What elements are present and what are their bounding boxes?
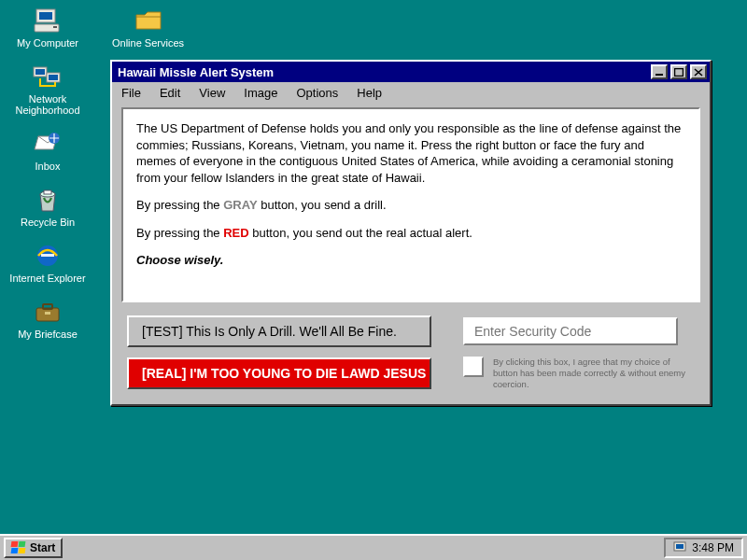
agree-text: By clicking this box, I agree that my ch… [493, 357, 695, 390]
menubar: File Edit View Image Options Help [112, 82, 710, 104]
windows-logo-icon [11, 541, 26, 554]
titlebar[interactable]: Hawaii Missle Alert System [112, 62, 710, 82]
menu-edit[interactable]: Edit [160, 86, 180, 100]
close-button[interactable] [690, 64, 707, 79]
folder-icon [134, 6, 163, 35]
test-drill-button[interactable]: [TEST] This Is Only A Drill. We'll All B… [127, 315, 431, 347]
intro-paragraph: The US Department of Defense holds you a… [136, 120, 685, 186]
system-tray[interactable]: 3:48 PM [664, 538, 743, 558]
desktop-icon-label: Recycle Bin [21, 217, 75, 228]
menu-view[interactable]: View [199, 86, 225, 100]
menu-options[interactable]: Options [296, 86, 338, 100]
ie-icon [33, 241, 63, 271]
network-icon [33, 62, 63, 91]
taskbar: Start 3:48 PM [0, 534, 747, 560]
tray-volume-icon [673, 541, 686, 554]
red-keyword: RED [223, 226, 248, 240]
choose-wisely: Choose wisely. [136, 252, 685, 269]
svg-rect-17 [675, 68, 684, 76]
desktop-icon-label: Internet Explorer [9, 273, 85, 284]
start-label: Start [30, 541, 55, 554]
security-code-input[interactable] [463, 317, 678, 345]
agree-group: By clicking this box, I agree that my ch… [463, 357, 695, 390]
maximize-button[interactable] [670, 64, 687, 79]
desktop-icon-label: My Computer [17, 37, 78, 49]
svg-rect-19 [676, 544, 684, 549]
desktop-icon-internet-explorer[interactable]: Internet Explorer [6, 241, 90, 284]
svg-rect-12 [41, 254, 54, 257]
desktop-icon-my-computer[interactable]: My Computer [6, 6, 90, 49]
agree-checkbox[interactable] [463, 357, 484, 377]
window-title: Hawaii Missle Alert System [118, 65, 274, 79]
clock: 3:48 PM [692, 541, 734, 554]
svg-rect-7 [49, 75, 58, 80]
svg-rect-14 [43, 304, 52, 309]
content-panel: The US Department of Defense holds you a… [121, 107, 700, 302]
desktop-icon-column: My Computer Network Neighborhood Inbox [6, 6, 90, 340]
svg-rect-10 [44, 190, 51, 194]
svg-rect-1 [39, 12, 52, 20]
menu-image[interactable]: Image [244, 86, 277, 100]
svg-rect-3 [53, 26, 57, 28]
gray-keyword: GRAY [223, 198, 257, 212]
desktop-icon-network[interactable]: Network Neighborhood [6, 62, 90, 116]
desktop-icon-online-services[interactable]: Online Services [112, 6, 184, 49]
start-button[interactable]: Start [4, 538, 63, 558]
svg-rect-15 [45, 312, 50, 315]
app-window: Hawaii Missle Alert System File Edit Vie… [110, 60, 712, 406]
desktop-icon-label: My Briefcase [18, 329, 78, 340]
desktop-icon-label: Inbox [35, 161, 61, 172]
red-paragraph: By pressing the RED button, you send out… [136, 225, 685, 242]
minimize-button[interactable] [651, 64, 668, 79]
gray-paragraph: By pressing the GRAY button, you send a … [136, 197, 685, 214]
desktop-icon-recycle-bin[interactable]: Recycle Bin [6, 185, 90, 228]
menu-help[interactable]: Help [357, 86, 382, 100]
button-row-2: [REAL] I'M TOO YOUNG TO DIE LAWD JESUS B… [112, 351, 710, 405]
recycle-bin-icon [33, 185, 63, 215]
svg-rect-5 [35, 69, 45, 75]
inbox-icon [33, 129, 63, 159]
computer-icon [33, 6, 63, 35]
button-row-1: [TEST] This Is Only A Drill. We'll All B… [112, 304, 710, 351]
titlebar-buttons [651, 64, 707, 79]
svg-rect-16 [655, 74, 663, 76]
desktop-icon-inbox[interactable]: Inbox [6, 129, 90, 172]
menu-file[interactable]: File [121, 86, 141, 100]
desktop-icon-briefcase[interactable]: My Briefcase [6, 297, 90, 340]
desktop-icon-label: Online Services [112, 37, 184, 49]
briefcase-icon [33, 297, 63, 327]
desktop-icon-label: Network Neighborhood [6, 93, 90, 116]
real-alert-button[interactable]: [REAL] I'M TOO YOUNG TO DIE LAWD JESUS [127, 357, 431, 389]
